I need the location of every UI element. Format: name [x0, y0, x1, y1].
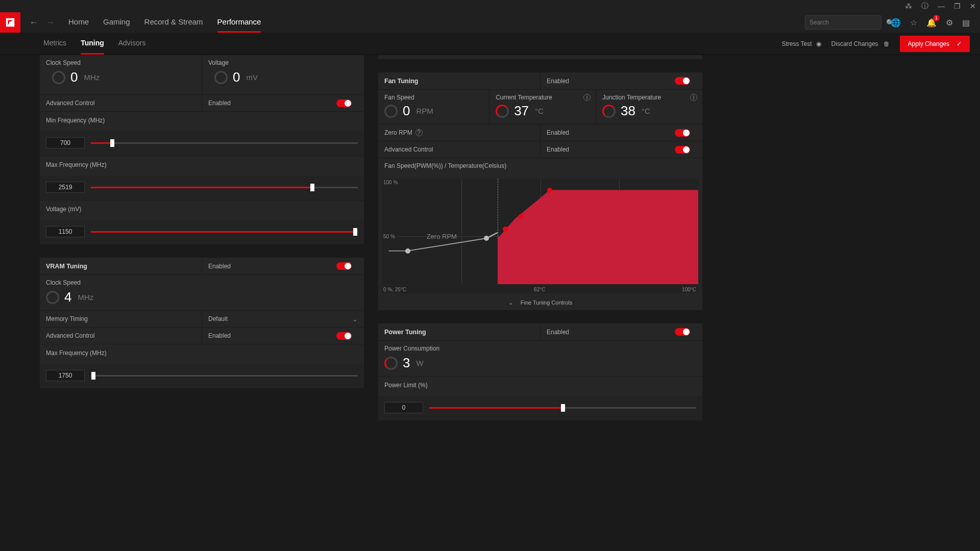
apply-changes-button[interactable]: Apply Changes ✓ [900, 36, 970, 52]
min-freq-label: Min Frequency (MHz) [46, 117, 358, 124]
clock-speed-unit: MHz [84, 73, 100, 82]
vram-clock-unit: MHz [78, 293, 93, 302]
zero-rpm-toggle[interactable] [675, 129, 690, 137]
minimize-icon[interactable]: — [938, 2, 945, 10]
discard-changes-button[interactable]: Discard Changes 🗑 [831, 40, 890, 47]
clock-speed-label: Clock Speed [46, 59, 195, 66]
search-input[interactable] [810, 19, 886, 26]
close-icon[interactable]: ✕ [970, 2, 976, 10]
partial-card-top [378, 55, 702, 59]
vram-clock-label: Clock Speed [46, 279, 358, 286]
help-icon[interactable]: ⓘ [921, 2, 928, 11]
nav-back-icon[interactable]: ← [26, 17, 42, 28]
x-label-62: 62°C [534, 287, 545, 292]
tab-metrics[interactable]: Metrics [43, 33, 66, 55]
info-icon[interactable]: i [583, 94, 591, 101]
voltage-unit: mV [246, 73, 258, 82]
max-freq-label: Max Frequency (MHz) [46, 161, 358, 168]
fan-adv-status: Enabled [547, 146, 569, 153]
nav-forward-icon[interactable]: → [42, 17, 58, 28]
vram-clock-gauge-icon [46, 291, 59, 304]
vram-toggle[interactable] [336, 262, 352, 270]
amd-logo-icon[interactable] [0, 12, 20, 33]
y-label-50: 50 % [383, 234, 395, 239]
bug-icon[interactable]: ⁂ [905, 2, 912, 10]
power-cons-label: Power Consumption [384, 345, 696, 352]
vram-adv-toggle[interactable] [336, 332, 352, 340]
cur-temp-gauge-icon [496, 105, 509, 118]
mem-timing-dropdown[interactable]: Default ⌄ [202, 311, 364, 327]
fan-toggle[interactable] [675, 77, 690, 85]
cur-temp-unit: °C [535, 107, 544, 115]
fan-speed-label: Fan Speed [384, 94, 483, 101]
junc-temp-unit: °C [642, 107, 650, 115]
nav-performance[interactable]: Performance [217, 12, 261, 33]
gpu-metrics-card: Clock Speed 0 MHz Voltage 0 mV [40, 55, 364, 244]
sub-nav: Metrics Tuning Advisors Stress Test ◉ Di… [0, 33, 980, 55]
zero-rpm-text: Zero RPM [427, 233, 457, 240]
gpu-adv-toggle[interactable] [336, 99, 352, 107]
cur-temp-value: 37 [514, 103, 529, 119]
max-freq-input[interactable] [46, 182, 85, 193]
bell-icon[interactable]: 🔔1 [926, 18, 937, 28]
star-icon[interactable]: ☆ [910, 18, 917, 28]
nav-record-stream[interactable]: Record & Stream [144, 12, 203, 33]
power-limit-input[interactable] [384, 402, 423, 413]
vram-title: VRAM Tuning [40, 259, 202, 274]
junc-temp-label: Junction Temperature [602, 94, 696, 101]
gpu-adv-status: Enabled [208, 99, 231, 107]
voltage-value: 0 [233, 69, 240, 85]
clock-speed-value: 0 [70, 69, 78, 85]
globe-icon[interactable]: 🌐 [891, 18, 901, 28]
tab-advisors[interactable]: Advisors [118, 33, 146, 55]
clock-gauge-icon [52, 71, 65, 84]
voltage-slider[interactable] [91, 231, 358, 233]
gear-icon[interactable]: ⚙ [946, 18, 953, 28]
voltage-slider-label: Voltage (mV) [46, 206, 358, 213]
power-cons-value: 3 [403, 355, 410, 371]
panel-icon[interactable]: ▤ [962, 18, 970, 28]
vram-maxfreq-slider[interactable] [91, 375, 358, 377]
trash-icon: 🗑 [884, 40, 890, 47]
fan-curve-chart[interactable]: 100 % 50 % 0 %, 25°C 62°C 100°C Zero RPM [382, 179, 698, 293]
gpu-adv-control-label: Advanced Control [40, 95, 202, 111]
power-status: Enabled [547, 329, 569, 336]
fan-card: Fan Tuning Enabled Fan Speed 0 RPM Curre… [378, 72, 702, 310]
nav-home[interactable]: Home [68, 12, 89, 33]
fan-speed-unit: RPM [416, 107, 433, 115]
nav-gaming[interactable]: Gaming [103, 12, 130, 33]
chevron-down-icon: ⌄ [508, 299, 513, 306]
chevron-down-icon: ⌄ [352, 315, 358, 323]
power-limit-slider[interactable] [429, 407, 696, 409]
fine-tuning-controls[interactable]: ⌄ Fine Tuning Controls [378, 295, 702, 310]
vram-status: Enabled [208, 263, 231, 270]
search-box[interactable]: 🔍 [805, 15, 881, 30]
stress-test-button[interactable]: Stress Test ◉ [781, 40, 821, 47]
y-label-100: 100 % [383, 180, 398, 185]
info-icon[interactable]: ? [415, 129, 423, 136]
min-freq-input[interactable] [46, 137, 85, 148]
fan-adv-toggle[interactable] [675, 146, 690, 154]
power-cons-unit: W [416, 359, 423, 367]
power-title: Power Tuning [378, 324, 540, 340]
fan-chart-title: Fan Speed(PWM(%)) / Temperature(Celsius) [378, 158, 702, 173]
vram-clock-value: 4 [64, 289, 71, 305]
tab-tuning[interactable]: Tuning [81, 33, 104, 55]
junc-temp-gauge-icon [602, 105, 616, 118]
fan-adv-label: Advanced Control [378, 142, 540, 157]
check-icon: ✓ [957, 40, 962, 47]
power-toggle[interactable] [675, 328, 690, 336]
power-limit-label: Power Limit (%) [384, 382, 696, 389]
power-gauge-icon [384, 357, 398, 370]
voltage-label: Voltage [208, 59, 358, 66]
vram-maxfreq-input[interactable] [46, 370, 85, 381]
window-titlebar: ⁂ ⓘ — ❐ ✕ [0, 0, 980, 12]
mem-timing-label: Memory Timing [40, 311, 202, 327]
max-freq-slider[interactable] [91, 187, 358, 188]
min-freq-slider[interactable] [91, 142, 358, 144]
info-icon[interactable]: i [690, 94, 697, 101]
fan-speed-gauge-icon [384, 105, 398, 118]
vram-maxfreq-label: Max Frequency (MHz) [46, 349, 358, 357]
maximize-icon[interactable]: ❐ [954, 2, 961, 10]
voltage-slider-input[interactable] [46, 226, 85, 237]
